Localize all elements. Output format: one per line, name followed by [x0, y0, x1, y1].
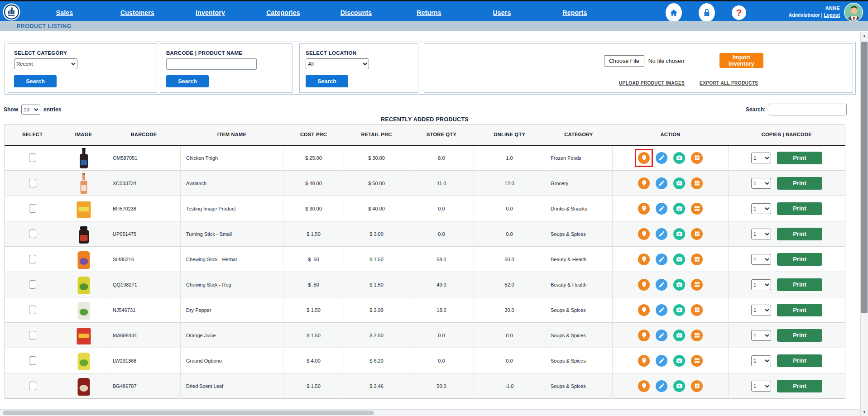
- edit-icon[interactable]: [656, 304, 667, 316]
- copies-select[interactable]: 1: [751, 330, 771, 341]
- row-checkbox[interactable]: [29, 280, 36, 289]
- row-checkbox[interactable]: [29, 153, 36, 162]
- avatar[interactable]: [844, 3, 863, 22]
- camera-icon[interactable]: [673, 152, 685, 164]
- copies-select[interactable]: 1: [751, 229, 771, 239]
- nav-item-users[interactable]: Users: [465, 9, 538, 16]
- location-icon[interactable]: [638, 355, 650, 367]
- export-all-products-link[interactable]: EXPORT ALL PRODUCTS: [700, 81, 758, 86]
- nav-item-customers[interactable]: Customers: [101, 9, 174, 16]
- import-inventory-button[interactable]: Import Inventory: [719, 53, 763, 68]
- choose-file-button[interactable]: Choose File: [604, 55, 644, 67]
- print-button[interactable]: Print: [777, 354, 822, 367]
- barcode-grid-icon[interactable]: [691, 279, 703, 291]
- location-icon[interactable]: [638, 380, 650, 392]
- location-icon[interactable]: [638, 152, 650, 164]
- scroll-up-arrow[interactable]: ▲: [861, 32, 868, 39]
- help-icon[interactable]: ?: [732, 5, 746, 20]
- print-button[interactable]: Print: [777, 202, 822, 215]
- row-checkbox[interactable]: [29, 382, 36, 390]
- location-icon[interactable]: [638, 330, 650, 341]
- camera-icon[interactable]: [673, 279, 685, 291]
- print-button[interactable]: Print: [777, 380, 822, 392]
- row-checkbox[interactable]: [29, 204, 36, 213]
- print-button[interactable]: Print: [777, 253, 822, 266]
- barcode-grid-icon[interactable]: [691, 152, 703, 164]
- edit-icon[interactable]: [656, 253, 667, 265]
- location-icon[interactable]: [638, 203, 650, 215]
- location-icon[interactable]: [638, 228, 650, 240]
- camera-icon[interactable]: [673, 330, 685, 341]
- barcode-grid-icon[interactable]: [691, 304, 703, 316]
- camera-icon[interactable]: [673, 304, 685, 316]
- copies-select[interactable]: 1: [751, 153, 771, 163]
- row-checkbox[interactable]: [29, 255, 36, 263]
- scroll-down-arrow[interactable]: ▼: [861, 408, 868, 416]
- camera-icon[interactable]: [673, 203, 685, 215]
- nav-item-inventory[interactable]: Inventory: [174, 9, 247, 16]
- location-icon[interactable]: [638, 279, 650, 291]
- row-checkbox[interactable]: [29, 230, 36, 238]
- print-button[interactable]: Print: [777, 152, 822, 164]
- nav-item-returns[interactable]: Returns: [393, 9, 465, 16]
- nav-item-sales[interactable]: Sales: [28, 9, 101, 16]
- camera-icon[interactable]: [673, 380, 685, 392]
- barcode-grid-icon[interactable]: [691, 355, 703, 367]
- camera-icon[interactable]: [673, 253, 685, 265]
- edit-icon[interactable]: [656, 177, 667, 189]
- edit-icon[interactable]: [656, 355, 667, 367]
- copies-select[interactable]: 1: [751, 203, 771, 214]
- copies-select[interactable]: 1: [751, 254, 771, 265]
- row-checkbox[interactable]: [29, 356, 36, 365]
- app-logo[interactable]: [3, 3, 20, 21]
- table-search-input[interactable]: [769, 104, 847, 115]
- row-checkbox[interactable]: [29, 306, 36, 314]
- barcode-grid-icon[interactable]: [691, 253, 703, 265]
- lock-icon[interactable]: [699, 3, 715, 22]
- category-select[interactable]: Recent: [14, 58, 77, 69]
- nav-item-categories[interactable]: Categories: [247, 9, 320, 16]
- barcode-input[interactable]: [166, 58, 257, 70]
- nav-item-discounts[interactable]: Discounts: [320, 9, 393, 16]
- home-icon[interactable]: [666, 3, 682, 22]
- barcode-grid-icon[interactable]: [691, 380, 703, 392]
- barcode-grid-icon[interactable]: [691, 330, 703, 341]
- edit-icon[interactable]: [656, 152, 667, 164]
- upload-product-images-link[interactable]: UPLOAD PRODUCT IMAGES: [619, 81, 685, 86]
- copies-select[interactable]: 1: [751, 305, 771, 316]
- nav-item-reports[interactable]: Reports: [538, 9, 611, 16]
- barcode-grid-icon[interactable]: [691, 177, 703, 189]
- barcode-grid-icon[interactable]: [691, 228, 703, 240]
- edit-icon[interactable]: [656, 228, 667, 240]
- print-button[interactable]: Print: [777, 177, 822, 190]
- copies-select[interactable]: 1: [751, 381, 771, 392]
- location-select[interactable]: All: [306, 58, 369, 69]
- location-icon[interactable]: [638, 177, 650, 189]
- print-button[interactable]: Print: [777, 304, 822, 316]
- horizontal-scroll-thumb[interactable]: [3, 411, 374, 415]
- edit-icon[interactable]: [656, 203, 667, 215]
- print-button[interactable]: Print: [777, 329, 822, 342]
- edit-icon[interactable]: [656, 330, 667, 341]
- camera-icon[interactable]: [673, 355, 685, 367]
- barcode-search-button[interactable]: Search: [166, 75, 209, 87]
- camera-icon[interactable]: [673, 228, 685, 240]
- location-icon[interactable]: [638, 304, 650, 316]
- edit-icon[interactable]: [656, 380, 667, 392]
- copies-select[interactable]: 1: [751, 355, 771, 366]
- print-button[interactable]: Print: [777, 278, 822, 291]
- entries-select[interactable]: 10: [21, 105, 40, 115]
- edit-icon[interactable]: [656, 279, 667, 291]
- row-checkbox[interactable]: [29, 331, 36, 339]
- print-button[interactable]: Print: [777, 228, 822, 240]
- barcode-grid-icon[interactable]: [691, 203, 703, 215]
- row-checkbox[interactable]: [29, 179, 36, 187]
- category-search-button[interactable]: Search: [14, 75, 57, 87]
- location-search-button[interactable]: Search: [306, 75, 348, 87]
- location-icon[interactable]: [638, 253, 650, 265]
- logout-link[interactable]: Logout: [824, 12, 840, 18]
- copies-select[interactable]: 1: [751, 178, 771, 189]
- copies-select[interactable]: 1: [751, 279, 771, 290]
- camera-icon[interactable]: [673, 177, 685, 189]
- vertical-scroll-thumb[interactable]: [861, 42, 868, 313]
